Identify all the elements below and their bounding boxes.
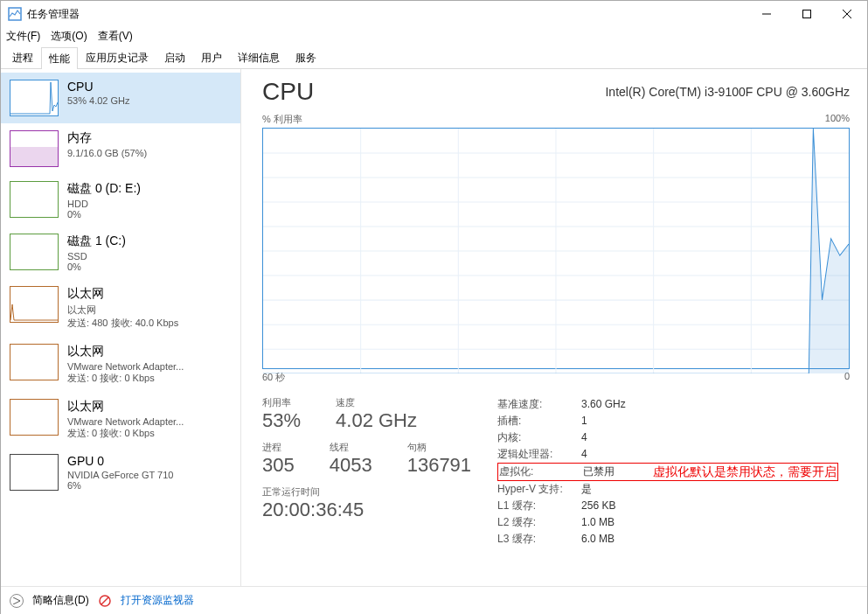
handles-label: 句柄 (407, 441, 471, 454)
annotation-text: 虚拟化默认是禁用状态，需要开启 (653, 464, 837, 480)
page-title: CPU (262, 78, 314, 106)
sidebar-item-ethernet0[interactable]: 以太网以太网发送: 480 接收: 40.0 Kbps (1, 279, 240, 337)
main-panel: CPU Intel(R) Core(TM) i3-9100F CPU @ 3.6… (241, 69, 867, 594)
sidebar-item-label: 内存 (67, 130, 147, 146)
sidebar-item-label: 以太网 (67, 286, 178, 302)
chart-y-label: % 利用率 (262, 113, 302, 126)
virtualization-row: 虚拟化:已禁用虚拟化默认是禁用状态，需要开启 (497, 463, 838, 481)
sidebar-item-label: 磁盘 0 (D: E:) (67, 181, 141, 197)
tab-startup[interactable]: 启动 (156, 46, 193, 68)
open-resource-monitor-link[interactable]: 打开资源监视器 (121, 593, 194, 608)
l3-cache: 6.0 MB (581, 531, 634, 548)
tab-details[interactable]: 详细信息 (230, 46, 288, 68)
virtualization-value: 已禁用 (583, 464, 635, 480)
sidebar-item-label: CPU (67, 80, 130, 94)
hyperv-value: 是 (581, 481, 634, 498)
fewer-details-button[interactable]: 简略信息(D) (32, 593, 89, 608)
l2-cache: 1.0 MB (581, 514, 634, 531)
svg-line-22 (101, 597, 108, 604)
memory-thumb-icon (10, 130, 59, 167)
menu-view[interactable]: 查看(V) (98, 29, 133, 44)
sidebar-item-label: GPU 0 (67, 454, 173, 468)
sidebar-item-ethernet1[interactable]: 以太网VMware Network Adapter...发送: 0 接收: 0 … (1, 337, 240, 392)
minimize-button[interactable] (746, 1, 787, 27)
util-value: 53% (262, 409, 301, 432)
disk-thumb-icon (10, 234, 59, 270)
sidebar-item-disk0[interactable]: 磁盘 0 (D: E:)HDD0% (1, 174, 240, 227)
logical-processors-value: 4 (581, 446, 634, 463)
tab-services[interactable]: 服务 (288, 46, 324, 68)
handles-value: 136791 (407, 454, 471, 477)
cpu-spec-table: 基准速度:3.60 GHz 插槽:1 内核:4 逻辑处理器:4 虚拟化:已禁用虚… (497, 396, 838, 548)
menu-options[interactable]: 选项(O) (51, 29, 87, 44)
speed-value: 4.02 GHz (336, 409, 417, 432)
uptime-value: 20:00:36:45 (262, 499, 471, 521)
ethernet-thumb-icon (10, 286, 59, 323)
tab-bar: 进程 性能 应用历史记录 启动 用户 详细信息 服务 (1, 46, 867, 69)
gpu-thumb-icon (10, 454, 59, 491)
close-button[interactable] (827, 1, 867, 27)
base-speed: 3.60 GHz (581, 396, 634, 413)
ethernet-thumb-icon (10, 344, 59, 380)
footer-bar: 简略信息(D) 打开资源监视器 (1, 586, 867, 614)
sockets-value: 1 (581, 413, 634, 429)
threads-label: 线程 (330, 441, 372, 454)
ethernet-thumb-icon (10, 399, 59, 436)
resmon-icon (98, 594, 112, 608)
tab-processes[interactable]: 进程 (4, 46, 41, 68)
sidebar-item-ethernet2[interactable]: 以太网VMware Network Adapter...发送: 0 接收: 0 … (1, 392, 240, 447)
sidebar-item-label: 以太网 (67, 399, 184, 415)
cores-value: 4 (581, 429, 634, 446)
window-title: 任务管理器 (27, 7, 746, 22)
sidebar-item-disk1[interactable]: 磁盘 1 (C:)SSD0% (1, 227, 240, 279)
sidebar-item-memory[interactable]: 内存9.1/16.0 GB (57%) (1, 123, 240, 174)
l1-cache: 256 KB (581, 498, 634, 514)
cpu-thumb-icon (10, 80, 59, 116)
threads-value: 4053 (330, 454, 372, 477)
sidebar-item-label: 以太网 (67, 344, 184, 359)
cpu-model-name: Intel(R) Core(TM) i3-9100F CPU @ 3.60GHz (605, 85, 850, 99)
tab-history[interactable]: 应用历史记录 (78, 46, 156, 68)
svg-rect-2 (803, 10, 811, 18)
collapse-icon[interactable] (10, 594, 24, 608)
disk-thumb-icon (10, 181, 59, 218)
titlebar: 任务管理器 (1, 1, 867, 27)
svg-rect-5 (10, 147, 58, 166)
menu-bar: 文件(F) 选项(O) 查看(V) (1, 27, 867, 45)
util-label: 利用率 (262, 396, 301, 409)
tab-performance[interactable]: 性能 (41, 47, 78, 69)
chart-y-max: 100% (825, 113, 850, 126)
sidebar-item-label: 磁盘 1 (C:) (67, 234, 126, 249)
performance-sidebar: CPU53% 4.02 GHz 内存9.1/16.0 GB (57%) 磁盘 0… (1, 69, 241, 594)
utilization-chart[interactable] (262, 128, 850, 369)
tab-users[interactable]: 用户 (193, 46, 230, 68)
speed-label: 速度 (336, 396, 417, 409)
app-icon (8, 7, 22, 21)
maximize-button[interactable] (787, 1, 827, 27)
sidebar-item-gpu0[interactable]: GPU 0NVIDIA GeForce GT 7106% (1, 447, 240, 498)
sidebar-item-cpu[interactable]: CPU53% 4.02 GHz (1, 73, 240, 123)
uptime-label: 正常运行时间 (262, 485, 471, 499)
processes-label: 进程 (262, 441, 295, 454)
menu-file[interactable]: 文件(F) (6, 29, 40, 44)
processes-value: 305 (262, 454, 295, 477)
